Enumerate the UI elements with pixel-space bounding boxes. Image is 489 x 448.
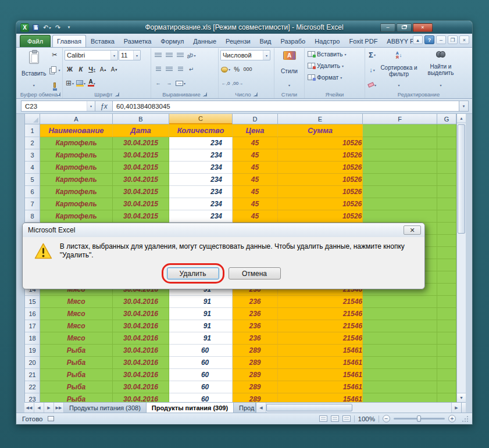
dialog-title-bar[interactable]: Microsoft Excel ✕ xyxy=(23,223,424,237)
alignment-dialog-launcher-icon[interactable] xyxy=(203,92,207,96)
expand-formula-bar-icon[interactable]: ▾ xyxy=(459,101,469,112)
cell-empty[interactable] xyxy=(363,162,437,174)
cell-sum[interactable]: 10526 xyxy=(278,174,363,186)
cell-empty[interactable] xyxy=(437,223,456,235)
cell-qty[interactable]: 60 xyxy=(169,381,233,393)
hscroll-left-icon[interactable]: ◀ xyxy=(256,403,266,413)
name-box-dropdown-icon[interactable]: ▾ xyxy=(87,101,95,111)
redo-icon[interactable]: ↷ xyxy=(53,23,62,32)
cell-date-header[interactable]: Дата xyxy=(113,124,169,137)
increase-indent-button[interactable]: → xyxy=(164,78,174,88)
format-painter-button[interactable] xyxy=(48,80,60,90)
cell-name[interactable]: Картофель xyxy=(40,186,113,198)
sheet-tab-продукты-питания-309-[interactable]: Продукты питания (309) xyxy=(147,403,234,413)
borders-button[interactable]: ⊞▾ xyxy=(65,78,75,88)
insert-function-button[interactable]: ƒx xyxy=(95,101,113,112)
font-name-select[interactable]: Calibri▾ xyxy=(65,50,118,60)
minimize-button[interactable]: – xyxy=(380,23,395,32)
cell-date[interactable]: 30.04.2016 xyxy=(113,381,169,393)
merge-center-button[interactable]: ▾ xyxy=(175,78,186,88)
cell-sum[interactable]: 21546 xyxy=(278,320,363,332)
row-header-3[interactable]: 3 xyxy=(25,149,40,162)
sort-filter-button[interactable]: АЯ↓ Сортировка и фильтр ▾ xyxy=(379,49,419,91)
title-bar[interactable]: X ↶▾ ↷ ▾ Форматирование.xls [Режим совме… xyxy=(16,21,472,34)
paste-dropdown-icon[interactable]: ▾ xyxy=(33,83,35,89)
cell-qty[interactable]: 234 xyxy=(169,162,233,174)
cell-empty[interactable] xyxy=(437,271,456,284)
horizontal-scrollbar[interactable]: ◀ ▶ xyxy=(256,403,461,413)
cell-empty[interactable] xyxy=(437,320,456,332)
cell-empty[interactable] xyxy=(363,296,437,308)
cell-date[interactable]: 30.04.2016 xyxy=(113,320,169,332)
cell-sum[interactable]: 15461 xyxy=(278,357,363,369)
column-header-D[interactable]: D xyxy=(233,114,278,124)
cell-name[interactable]: Мясо xyxy=(40,320,113,332)
cell-name-header[interactable]: Наименование xyxy=(40,124,113,137)
cell-sum[interactable]: 15461 xyxy=(278,369,363,381)
tab-вставка[interactable]: Вставка xyxy=(86,35,119,47)
cell-empty[interactable] xyxy=(437,210,456,223)
cell-sum[interactable]: 21546 xyxy=(278,308,363,320)
cell-qty[interactable]: 234 xyxy=(169,186,233,198)
cell-empty[interactable] xyxy=(363,357,437,369)
cell-empty[interactable] xyxy=(437,345,456,357)
cell-sum-header[interactable]: Сумма xyxy=(278,124,363,137)
cell-qty[interactable]: 234 xyxy=(169,198,233,210)
cell-sum[interactable]: 10526 xyxy=(278,137,363,149)
find-select-dropdown-icon[interactable]: ▾ xyxy=(440,83,441,89)
select-all-corner[interactable] xyxy=(25,114,40,124)
scroll-down-icon[interactable]: ▼ xyxy=(457,393,466,402)
column-header-G[interactable]: G xyxy=(437,114,456,124)
cell-empty[interactable] xyxy=(437,247,456,259)
row-header-4[interactable]: 4 xyxy=(25,162,40,174)
align-center-button[interactable] xyxy=(164,64,174,74)
last-sheet-icon[interactable]: ▶▶ xyxy=(54,403,64,413)
cell-date[interactable]: 30.04.2016 xyxy=(113,393,169,402)
cell-date[interactable]: 30.04.2015 xyxy=(113,186,169,198)
cell-empty[interactable] xyxy=(437,198,456,210)
align-top-button[interactable] xyxy=(153,50,163,60)
cell-date[interactable]: 30.04.2016 xyxy=(113,357,169,369)
vertical-scroll-thumb[interactable] xyxy=(458,124,465,234)
increase-font-button[interactable]: А▴ xyxy=(98,64,108,74)
page-break-view-icon[interactable] xyxy=(342,415,351,422)
cell-date[interactable]: 30.04.2016 xyxy=(113,296,169,308)
cell-empty[interactable] xyxy=(363,124,437,137)
workbook-minimize-button[interactable]: – xyxy=(436,35,446,44)
align-bottom-button[interactable] xyxy=(175,50,185,60)
first-sheet-icon[interactable]: ◀◀ xyxy=(24,403,34,413)
cell-sum[interactable]: 21546 xyxy=(278,332,363,345)
page-layout-view-icon[interactable] xyxy=(331,415,339,422)
cell-empty[interactable] xyxy=(437,235,456,247)
cell-qty[interactable]: 91 xyxy=(169,320,233,332)
cut-button[interactable]: ✂ xyxy=(48,49,60,60)
cell-empty[interactable] xyxy=(363,381,437,393)
collapse-ribbon-icon[interactable]: ▴ xyxy=(413,35,423,44)
cell-price[interactable]: 45 xyxy=(233,162,278,174)
normal-view-icon[interactable] xyxy=(319,415,327,422)
formula-input[interactable]: 60,401384083045 xyxy=(113,101,459,112)
maximize-button[interactable] xyxy=(397,23,412,32)
row-header-8[interactable]: 8 xyxy=(25,210,40,223)
cell-sum[interactable]: 15461 xyxy=(278,381,363,393)
column-header-C[interactable]: C xyxy=(169,114,233,124)
cell-name[interactable]: Рыба xyxy=(40,369,113,381)
tab-вид[interactable]: Вид xyxy=(255,35,276,47)
tab-split-handle[interactable] xyxy=(461,403,466,413)
cell-price[interactable]: 236 xyxy=(233,332,278,345)
styles-dropdown-icon[interactable]: ▾ xyxy=(288,83,290,89)
zoom-slider[interactable] xyxy=(394,418,445,420)
fill-color-button[interactable]: ▾ xyxy=(76,78,86,88)
accounting-format-button[interactable]: ▾ xyxy=(220,64,231,74)
sheet-tab-продукты-питания-308-[interactable]: Продукты питания (308) xyxy=(64,403,147,413)
align-right-button[interactable] xyxy=(175,64,185,74)
dialog-close-button[interactable]: ✕ xyxy=(404,225,421,235)
scroll-up-icon[interactable]: ▲ xyxy=(457,114,466,123)
tab-разрабо[interactable]: Разрабо xyxy=(276,35,310,47)
row-header-6[interactable]: 6 xyxy=(25,186,40,198)
cell-qty[interactable]: 91 xyxy=(169,332,233,345)
cell-qty[interactable]: 234 xyxy=(169,149,233,162)
cell-price[interactable]: 289 xyxy=(233,381,278,393)
cancel-button[interactable]: Отмена xyxy=(229,267,281,279)
orientation-button[interactable]: ab▾ xyxy=(186,50,197,60)
